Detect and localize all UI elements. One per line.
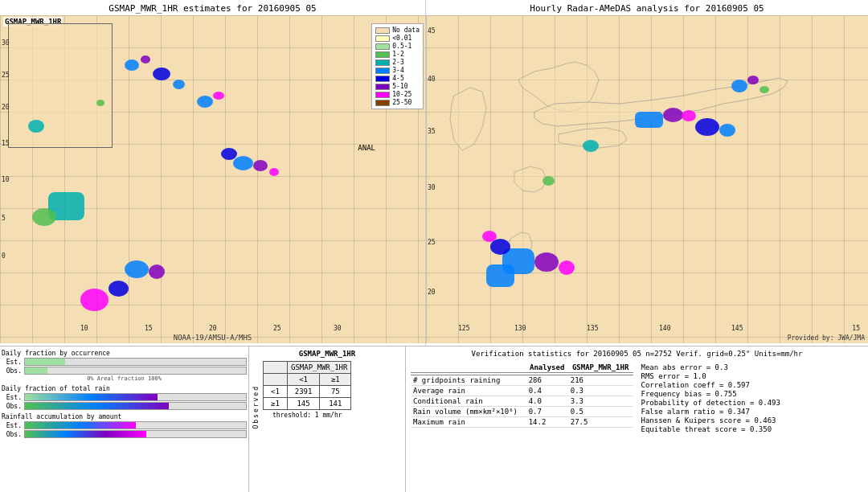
legend-label-12: 1-2	[392, 51, 403, 58]
legend-color-34	[375, 68, 390, 74]
chart-bar-fill-obs2	[25, 403, 169, 409]
stats-gsmap-3: 0.5	[568, 407, 633, 417]
est-label-2: Est.	[2, 394, 22, 401]
cont-val-lt1-ge1: 75	[320, 386, 351, 398]
svg-marker-0	[518, 62, 599, 112]
chart-title-accumulation: Rainfall accumulation by amount	[2, 413, 247, 420]
stats-left: Analysed GSMAP_MWR_1HR # gridpoints rain…	[411, 363, 633, 434]
rain-blob-r8	[719, 124, 735, 137]
rain-blob	[32, 208, 56, 226]
contingency-title: GSMAP_MWR_1HR	[252, 350, 402, 358]
cont-col-lt1: <1	[288, 374, 320, 386]
x-label-145: 145	[731, 325, 743, 332]
cont-val-ge1-lt1: 145	[288, 398, 320, 410]
stats-col-gsmap: GSMAP_MWR_1HR	[568, 363, 633, 373]
est-label-3: Est.	[2, 422, 22, 429]
chart-bar-obs3: Obs.	[2, 430, 247, 438]
legend-row-nodata: No data	[375, 27, 420, 34]
stat-item-0: Mean abs error = 0.3	[641, 363, 864, 371]
main-container: GSMAP_MWR_1HR estimates for 20160905 05 …	[0, 0, 868, 492]
rain-blob-r12	[486, 264, 514, 287]
legend-color-45	[375, 76, 390, 82]
chart-block-totalrain: Daily fraction of total rain Est. Obs.	[2, 385, 247, 410]
rain-blob	[233, 156, 253, 170]
rain-blob	[269, 168, 279, 176]
rain-blob	[141, 55, 150, 64]
anal-label: ANAL	[358, 144, 375, 152]
y-label-30: 30	[428, 184, 436, 191]
rain-blob	[108, 281, 129, 297]
legend-label-510: 5-10	[392, 83, 407, 90]
rain-blob	[125, 59, 139, 71]
stats-header-row: Analysed GSMAP_MWR_1HR	[411, 363, 633, 373]
rain-blob	[125, 260, 149, 278]
legend-color-nodata	[375, 27, 390, 34]
cont-row-lt1: <1 2391 75	[264, 386, 351, 398]
cont-note: threshold: 1 mm/hr	[263, 412, 351, 419]
observed-label-container: Observed	[252, 385, 260, 429]
x-label-30: 30	[334, 325, 342, 332]
legend-color-12	[375, 51, 390, 58]
right-map-grid	[426, 15, 868, 343]
legend-color-001	[375, 35, 390, 42]
legend-row-001: <0.01	[375, 35, 420, 42]
legend-label-23: 2-3	[392, 59, 403, 66]
legend-label-34: 3-4	[392, 67, 403, 74]
top-section: GSMAP_MWR_1HR estimates for 20160905 05 …	[0, 0, 868, 346]
rain-blob	[96, 100, 104, 106]
stats-analysed-1: 0.4	[526, 386, 568, 396]
chart-bar-fill-est3	[25, 422, 136, 428]
stats-label-1: Average rain	[411, 386, 526, 396]
stat-item-1: RMS error = 1.0	[641, 372, 864, 380]
rain-blob	[153, 68, 170, 80]
obs-label-2: Obs.	[2, 403, 22, 410]
legend-row-34: 3-4	[375, 67, 420, 74]
chart-bar-est1: Est.	[2, 358, 247, 366]
cont-row-ge1: ≥1 145 141	[264, 398, 351, 410]
stats-analysed-4: 14.2	[526, 417, 568, 428]
stat-item-4: Probability of detection = 0.493	[641, 399, 864, 407]
stats-row-2: Conditional rain 4.0 3.3	[411, 396, 633, 407]
right-map-title: Hourly Radar-AMeDAS analysis for 2016090…	[426, 0, 868, 15]
stats-analysed-2: 4.0	[526, 396, 568, 407]
stats-columns: Analysed GSMAP_MWR_1HR # gridpoints rain…	[411, 363, 863, 434]
chart-bar-bg-obs2	[24, 402, 247, 410]
cont-col-ge1: ≥1	[320, 374, 351, 386]
chart-block-occurrence: Daily fraction by occurrence Est. Obs. 0…	[2, 350, 247, 382]
legend-color-2550	[375, 100, 390, 106]
x-label-20: 20	[209, 325, 217, 332]
rain-blob	[149, 264, 165, 279]
legend-row-510: 5-10	[375, 83, 420, 90]
cont-col-header-row: <1 ≥1	[264, 374, 351, 386]
x-label-25: 25	[273, 325, 281, 332]
stats-label-4: Maximum rain	[411, 417, 526, 428]
bottom-section: Daily fraction by occurrence Est. Obs. 0…	[0, 346, 868, 492]
legend-label-1025: 10-25	[392, 91, 411, 98]
chart-bar-est2: Est.	[2, 393, 247, 401]
rain-blob	[80, 289, 108, 311]
stats-row-1: Average rain 0.4 0.3	[411, 386, 633, 396]
x-label-140: 140	[659, 325, 670, 332]
y-label-20: 20	[428, 289, 436, 296]
y-label-5: 5	[2, 215, 6, 222]
chart-bar-bg-est2	[24, 393, 247, 401]
right-map-canvas: 45 40 35 30 25 20 125 130 135 140 145 15	[426, 15, 868, 343]
cont-val-ge1-ge1: 141	[320, 398, 351, 410]
rain-blob-r6	[682, 110, 696, 121]
rain-blob	[221, 148, 237, 160]
x-label-135: 135	[587, 325, 598, 332]
est-label-1: Est.	[2, 359, 22, 366]
observed-label: Observed	[252, 385, 260, 429]
chart-bar-fill-obs3	[25, 431, 146, 437]
rain-blob-r1	[731, 80, 747, 92]
rain-blob-r11	[559, 260, 575, 275]
obs-label-1: Obs.	[2, 367, 22, 375]
y-label-40: 40	[428, 76, 436, 83]
legend-row-23: 2-3	[375, 59, 420, 66]
stats-gsmap-0: 216	[568, 375, 633, 386]
rain-blob-r7	[695, 118, 719, 136]
stats-right: Mean abs error = 0.3 RMS error = 1.0 Cor…	[641, 363, 864, 434]
y-label-25: 25	[2, 72, 10, 79]
cont-empty-cell	[264, 362, 288, 374]
legend-row-1025: 10-25	[375, 91, 420, 98]
